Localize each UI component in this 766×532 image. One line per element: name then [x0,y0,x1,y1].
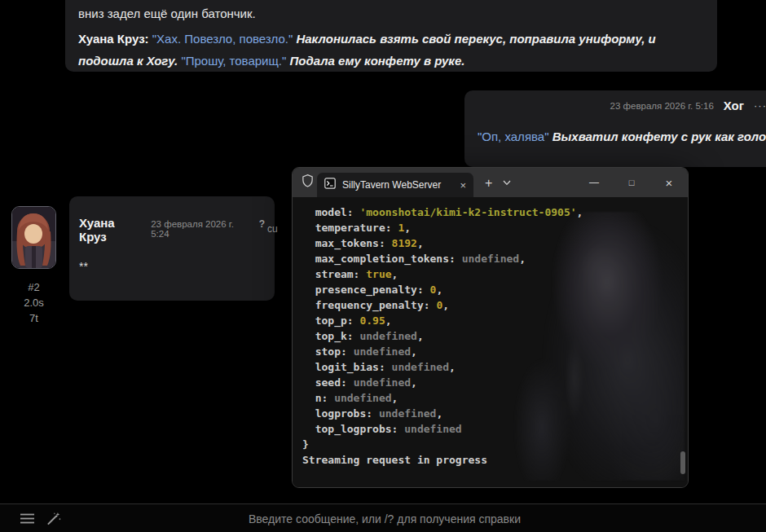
terminal-line: logit_bias: undefined, [302,359,678,375]
text-span: "Прошу, товарищ." [181,54,286,68]
text-span: "Оп, халява" [478,130,548,143]
window-controls: — □ × [575,168,688,197]
question-mark-icon[interactable]: ? [259,218,265,230]
maximize-button[interactable]: □ [613,168,650,197]
text-span: Выхватил конфету с рук как голодн [552,130,766,143]
chat-message-juana: Хуана Круз 23 февраля 2026 г. 5:24 ? ** [69,196,275,301]
tab-close-button[interactable]: × [460,179,466,191]
message-text: ** [79,260,265,273]
tab-title: SillyTavern WebServer [342,179,453,191]
clipped-text: cu [267,223,278,235]
avatar[interactable] [11,206,56,269]
text-span: "Хах. Повезло, повезло." [152,32,293,46]
message-text: вниз задел ещё один батончик. [78,5,704,23]
minimize-button[interactable]: — [575,168,613,197]
terminal-line: n: undefined, [302,390,678,406]
terminal-line: seed: undefined, [302,375,678,390]
terminal-line: stop: undefined, [302,344,678,359]
shield-icon [302,174,314,191]
message-timestamp: 23 февраля 2026 г. 5:24 [151,219,251,239]
message-header: 23 февраля 2026 г. 5:16 Хог ··· [478,99,766,112]
terminal-line: model: 'moonshotai/kimi-k2-instruct-0905… [302,204,678,220]
message-text: "Оп, халява" Выхватил конфету с рук как … [478,125,766,147]
terminal-scrollbar[interactable] [679,197,686,487]
chat-message-previous: вниз задел ещё один батончик. Хуана Круз… [65,0,717,72]
terminal-line: temperature: 1, [302,220,678,235]
terminal-line: top_logprobs: undefined [302,421,678,437]
command-prompt-icon [324,178,336,192]
character-name: Хуана Круз [79,216,143,244]
token-count: 7t [11,310,56,326]
new-tab-button[interactable]: + [485,176,492,191]
terminal-line: stream: true, [302,266,678,282]
terminal-line: Streaming request in progress [302,452,678,468]
tab-dropdown-button[interactable] [503,174,511,189]
text-span: Хуана Круз: [78,32,149,46]
terminal-line: max_tokens: 8192, [302,235,678,251]
avatar-column: #2 2.0s 7t [11,206,56,326]
terminal-line: max_completion_tokens: undefined, [302,251,678,266]
message-timestamp: 23 февраля 2026 г. 5:16 [610,101,714,111]
terminal-line: logprobs: undefined, [302,406,678,421]
terminal-line: top_k: undefined, [302,328,678,344]
terminal-output: model: 'moonshotai/kimi-k2-instruct-0905… [293,197,688,475]
terminal-line: } [302,437,678,452]
terminal-titlebar[interactable]: SillyTavern WebServer × + — □ × [293,168,688,197]
terminal-content[interactable]: model: 'moonshotai/kimi-k2-instruct-0905… [293,197,688,487]
generation-time: 2.0s [11,295,56,310]
terminal-line: top_p: 0.95, [302,313,678,328]
message-input-bar [0,503,766,532]
terminal-line: frequency_penalty: 0, [302,297,678,313]
avatar-art [12,207,55,268]
character-name: Хог [724,99,744,112]
terminal-line: presence_penalty: 0, [302,282,678,297]
app-root: вниз задел ещё один батончик. Хуана Круз… [0,0,766,532]
terminal-window: SillyTavern WebServer × + — □ × model: '… [292,167,689,488]
chat-message-hog: 23 февраля 2026 г. 5:16 Хог ··· "Оп, хал… [464,90,766,167]
options-menu-icon[interactable] [20,513,34,524]
message-input[interactable] [0,504,766,532]
scrollbar-thumb[interactable] [680,451,685,474]
swipe-counter: #2 [11,279,56,295]
text-span: Подала ему конфету в руке. [290,54,465,68]
message-options-icon[interactable]: ··· [754,99,766,112]
magic-wand-icon[interactable] [46,512,61,525]
terminal-tab[interactable]: SillyTavern WebServer × [317,173,473,197]
message-header: Хуана Круз 23 февраля 2026 г. 5:24 ? [79,216,265,244]
close-button[interactable]: × [650,168,688,197]
message-text: Хуана Круз: "Хах. Повезло, повезло." Нак… [78,28,704,72]
